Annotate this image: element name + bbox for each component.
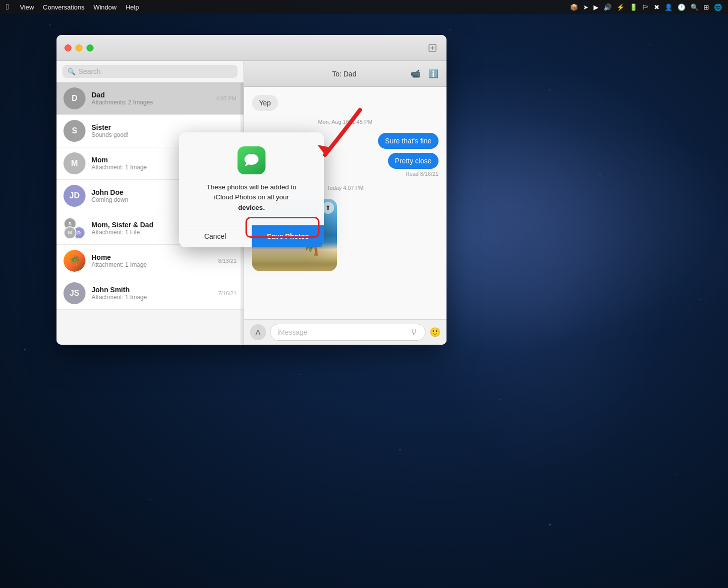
menubar-left:  View Conversations Window Help <box>6 2 139 11</box>
user-icon: 👤 <box>664 3 672 11</box>
dialog-text-line3: devices. <box>238 204 264 211</box>
volume-icon: 🔊 <box>604 3 612 11</box>
apple-menu[interactable]:  <box>6 2 9 11</box>
clock-icon: 🕐 <box>678 3 686 11</box>
avatar-icon: 🌐 <box>714 3 722 11</box>
send-icon: ➤ <box>583 3 588 11</box>
save-photos-dialog: These photos will be added to iCloud Pho… <box>179 132 324 247</box>
dialog-overlay: These photos will be added to iCloud Pho… <box>56 35 446 345</box>
menu-conversations[interactable]: Conversations <box>43 3 84 11</box>
search-menu-icon[interactable]: 🔍 <box>690 3 698 11</box>
dialog-text-line2: iCloud Photos on all your <box>214 193 289 201</box>
menubar:  View Conversations Window Help 📦 ➤ ▶ 🔊… <box>0 0 728 14</box>
messages-window: 🔍 Search D Dad Attachments: 2 Images 4:0… <box>56 35 446 345</box>
dialog-buttons: Cancel Save Photos <box>179 225 324 247</box>
dialog-message: These photos will be added to iCloud Pho… <box>206 182 296 213</box>
controls-icon: ⊞ <box>704 3 709 11</box>
flag-icon: 🏳 <box>642 3 649 11</box>
media-icon: ▶ <box>594 3 598 11</box>
dialog-icon <box>238 146 266 174</box>
menubar-right: 📦 ➤ ▶ 🔊 ⚡ 🔋 🏳 ✖ 👤 🕐 🔍 ⊞ 🌐 <box>570 3 722 11</box>
menu-view[interactable]: View <box>20 3 34 11</box>
menu-help[interactable]: Help <box>126 3 139 11</box>
battery-icon: 🔋 <box>630 3 638 11</box>
menu-window[interactable]: Window <box>94 3 116 11</box>
dialog-text-line1: These photos will be added to <box>206 183 296 191</box>
cancel-button[interactable]: Cancel <box>179 225 252 247</box>
wifi-icon: ✖ <box>654 3 660 11</box>
bluetooth-icon: ⚡ <box>616 3 624 11</box>
save-photos-button[interactable]: Save Photos <box>252 225 324 247</box>
dropbox-icon: 📦 <box>570 3 578 11</box>
